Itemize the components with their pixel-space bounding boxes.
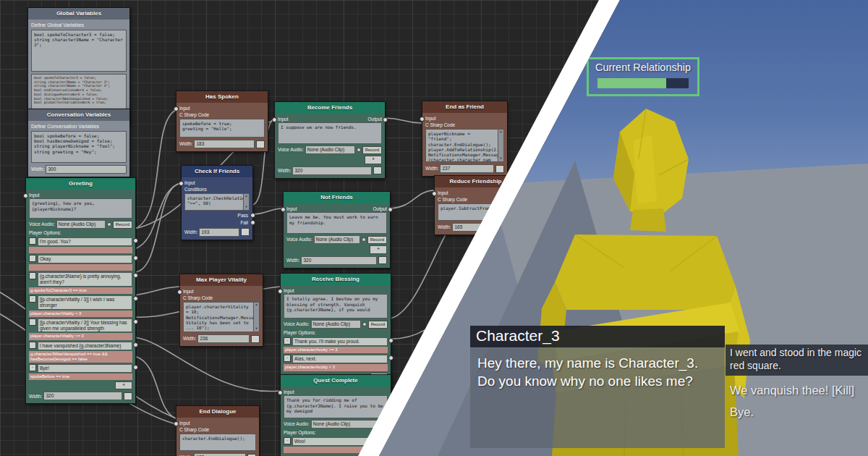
option-text-field[interactable]: [[p.characterVitality / 3]] Your blessin… bbox=[38, 318, 132, 333]
add-option-button[interactable]: + bbox=[370, 245, 387, 253]
add-option-button[interactable]: + bbox=[365, 156, 382, 164]
input-port[interactable] bbox=[174, 106, 179, 111]
choice-magic-square[interactable]: I went and stood in the magic red square… bbox=[726, 345, 868, 376]
code-scrollbar[interactable]: ▲▼ bbox=[244, 193, 250, 211]
option-condition-field[interactable]: player.characterVitality >= 3 bbox=[29, 333, 132, 339]
node-global-variables[interactable]: Global Variables Define Global Variables… bbox=[27, 7, 130, 124]
global-variables-code-field[interactable]: bool spokeToCharacter3 = false; string c… bbox=[31, 30, 127, 72]
option-text-field[interactable]: I'm good. You? bbox=[38, 237, 132, 246]
node-become-friends[interactable]: Become Friends Input Output I suppose we… bbox=[274, 101, 386, 179]
option-checkbox[interactable] bbox=[29, 237, 36, 245]
node-has-spoken[interactable]: Has Spoken Input C Sharp Code spokeBefor… bbox=[176, 90, 268, 152]
option-condition-field[interactable]: g.character3WasVanquished == true && has… bbox=[29, 351, 132, 363]
width-input[interactable]: 320 bbox=[43, 392, 122, 400]
input-port[interactable] bbox=[177, 290, 182, 295]
audio-target-icon[interactable] bbox=[357, 148, 361, 152]
choice-vanquish[interactable]: We vanquish thee! [Kill] bbox=[726, 384, 868, 397]
node-conversation-variables[interactable]: Conversation Variables Define Conversati… bbox=[27, 109, 130, 177]
option-condition-field[interactable] bbox=[29, 264, 132, 271]
input-port[interactable] bbox=[432, 191, 437, 196]
option-checkbox[interactable] bbox=[29, 342, 36, 349]
node-receive-blessing[interactable]: Receive Blessing Input I totally agree. … bbox=[280, 273, 391, 389]
option-checkbox[interactable]: - bbox=[284, 337, 291, 345]
output-port[interactable] bbox=[383, 117, 388, 122]
csharp-code-field[interactable]: character.EndDialogue(); bbox=[179, 434, 256, 451]
record-button[interactable]: Record bbox=[113, 221, 132, 229]
width-input[interactable]: 183 bbox=[194, 140, 255, 148]
node-end-as-friend[interactable]: End as Friend Input C Sharp Code playerN… bbox=[422, 101, 508, 177]
option-output-port[interactable] bbox=[133, 256, 138, 261]
option-output-port[interactable] bbox=[133, 319, 138, 324]
option-checkbox[interactable]: - bbox=[284, 355, 291, 362]
input-port[interactable] bbox=[420, 117, 425, 122]
player-option-row[interactable]: - Bye! bbox=[29, 364, 132, 373]
option-text-field[interactable]: Thank you. I'll make you proud. bbox=[292, 337, 388, 346]
player-option-row[interactable]: I'm good. You? bbox=[29, 237, 132, 246]
option-text-field[interactable]: Okay. bbox=[38, 255, 132, 263]
option-checkbox[interactable]: - bbox=[29, 364, 36, 371]
audio-target-icon[interactable] bbox=[362, 237, 366, 242]
choice-bye[interactable]: Bye. bbox=[726, 405, 868, 419]
output-port[interactable] bbox=[388, 207, 393, 212]
dialogue-text-field[interactable]: Leave me be. You must work to earn my fr… bbox=[286, 212, 387, 234]
option-text-field[interactable]: [[p.characterVitality / 3]] I wish I was… bbox=[38, 295, 132, 310]
option-condition-field[interactable]: player.characterVitality < 3 bbox=[29, 311, 132, 317]
csharp-code-field[interactable]: playerNickname = "friend"; character.End… bbox=[425, 129, 498, 162]
width-input[interactable]: 236 bbox=[197, 334, 250, 343]
player-option-row[interactable]: - Alas, next. bbox=[284, 355, 388, 363]
code-scrollbar[interactable]: ▲▼ bbox=[498, 129, 504, 162]
dialogue-text-field[interactable]: I suppose we are now friends. bbox=[278, 122, 382, 144]
input-port[interactable] bbox=[174, 421, 179, 426]
option-text-field[interactable]: {g.character3Name} is pretty annoying, a… bbox=[38, 272, 132, 287]
code-scrollbar[interactable]: ▲▼ bbox=[254, 302, 260, 332]
player-option-row[interactable]: - [[p.characterVitality / 3]] I wish I w… bbox=[29, 295, 132, 310]
option-text-field[interactable]: Alas, next. bbox=[292, 355, 388, 363]
node-end-dialogue[interactable]: End Dialogue Input C Sharp Code characte… bbox=[176, 405, 260, 456]
option-checkbox[interactable] bbox=[29, 255, 36, 262]
global-variables-list-field[interactable]: bool spokeToCharacter3 = false; string c… bbox=[31, 74, 127, 110]
conditions-code-field[interactable]: character.CheckRelationship(player, ">="… bbox=[184, 193, 244, 211]
input-port[interactable] bbox=[179, 181, 184, 186]
voice-audio-field[interactable]: None (Audio Clip) bbox=[314, 235, 360, 244]
option-condition-field[interactable]: spokeBefore == true bbox=[29, 373, 132, 380]
option-condition-field[interactable]: player.characterAcuity < 3 bbox=[284, 364, 388, 371]
width-input[interactable]: 173 bbox=[194, 453, 246, 456]
player-option-row[interactable]: - Thank you. I'll make you proud. bbox=[284, 337, 388, 346]
voice-audio-field[interactable]: None (Audio Clip) bbox=[311, 320, 361, 329]
option-checkbox[interactable] bbox=[29, 318, 36, 326]
relationship-widget-selected[interactable]: Current Relationship bbox=[587, 57, 699, 96]
voice-audio-field[interactable]: None (Audio Clip) bbox=[56, 220, 106, 229]
input-port[interactable] bbox=[278, 289, 283, 294]
resize-button[interactable] bbox=[124, 392, 132, 400]
conversation-variables-code-field[interactable]: bool spokeBefore = false; bool hasBecome… bbox=[31, 131, 127, 163]
resize-button[interactable] bbox=[251, 335, 260, 343]
option-output-port[interactable] bbox=[133, 273, 138, 278]
width-input[interactable]: 300 bbox=[46, 165, 127, 174]
player-option-row[interactable]: Okay. bbox=[29, 255, 132, 263]
option-checkbox[interactable]: - bbox=[29, 295, 36, 303]
voice-audio-field[interactable]: None (Audio Clip) bbox=[311, 420, 382, 428]
record-button[interactable]: Record bbox=[362, 146, 382, 154]
voice-audio-field[interactable]: None (Audio Clip) bbox=[305, 145, 355, 154]
option-output-port[interactable] bbox=[133, 238, 138, 243]
option-output-port[interactable] bbox=[133, 365, 138, 370]
node-greeting[interactable]: Greeting Input {greeting}, how are you, … bbox=[25, 177, 136, 404]
resize-button[interactable] bbox=[241, 228, 250, 236]
resize-button[interactable] bbox=[378, 256, 387, 264]
node-check-if-friends[interactable]: Check If Friends Input Conditions charac… bbox=[181, 165, 253, 240]
option-output-port[interactable] bbox=[133, 342, 138, 347]
audio-target-icon[interactable] bbox=[107, 222, 111, 227]
csharp-code-field[interactable]: spokeBefore = true; greeting = "Hello"; bbox=[179, 119, 265, 138]
player-option-row[interactable]: {g.character3Name} is pretty annoying, a… bbox=[29, 272, 132, 287]
audio-target-icon[interactable] bbox=[362, 322, 367, 326]
input-port[interactable] bbox=[272, 117, 277, 122]
node-not-friends[interactable]: Not Friends Input Output Leave me be. Yo… bbox=[283, 191, 391, 269]
option-condition-field[interactable]: g.spokeToCharacter3 == true bbox=[29, 287, 132, 294]
resize-button[interactable] bbox=[495, 165, 504, 173]
option-condition-field[interactable]: player.characterAcuity >= 3 bbox=[284, 347, 388, 353]
width-input[interactable]: 237 bbox=[440, 164, 494, 173]
resize-button[interactable] bbox=[373, 166, 382, 174]
width-input[interactable]: 320 bbox=[292, 166, 372, 175]
input-port[interactable] bbox=[278, 390, 283, 395]
input-port[interactable] bbox=[23, 193, 28, 198]
